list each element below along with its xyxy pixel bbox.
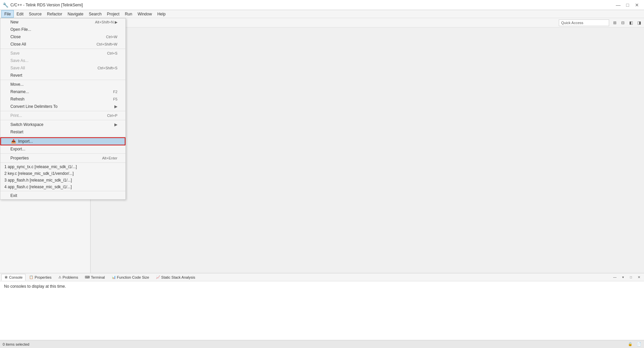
menu-file-close-all[interactable]: Close All Ctrl+Shift+W bbox=[0, 41, 125, 48]
separator-8 bbox=[0, 191, 125, 191]
save-label: Save bbox=[10, 51, 19, 56]
restart-label: Restart bbox=[10, 130, 23, 134]
menu-file-new[interactable]: New Alt+Shift+N ▶ bbox=[0, 18, 125, 26]
open-label: Open File... bbox=[10, 27, 31, 32]
status-icon-2: 📄 bbox=[637, 342, 641, 346]
menu-item-run[interactable]: Run bbox=[122, 10, 135, 18]
switch-workspace-label: Switch Workspace bbox=[10, 122, 43, 127]
menu-file-rename[interactable]: Rename... F2 bbox=[0, 88, 125, 95]
toolbar-view-button-3[interactable]: ◧ bbox=[627, 19, 635, 26]
menu-file-export[interactable]: Export... bbox=[0, 145, 125, 153]
quick-access-box[interactable]: Quick Access bbox=[559, 19, 609, 26]
revert-label: Revert bbox=[10, 73, 22, 78]
console-tab-label: Console bbox=[9, 275, 22, 279]
separator-5 bbox=[0, 136, 125, 137]
menu-item-window[interactable]: Window bbox=[135, 10, 155, 18]
rename-label: Rename... bbox=[10, 89, 29, 94]
tab-static-stack[interactable]: 📈 Static Stack Analysis bbox=[153, 274, 199, 281]
exit-label: Exit bbox=[10, 193, 17, 198]
file-dropdown-menu: New Alt+Shift+N ▶ Open File... Close Ctr… bbox=[0, 18, 126, 200]
menu-file-refresh[interactable]: Refresh F5 bbox=[0, 95, 125, 103]
panel-dropdown-button[interactable]: ▾ bbox=[619, 274, 627, 281]
menu-item-help[interactable]: Help bbox=[155, 10, 168, 18]
quick-access-label: Quick Access bbox=[561, 21, 583, 25]
recent-file-1-label: 1 app_sync_tx.c [release_mic_sdk_i1/...] bbox=[4, 164, 77, 169]
minimize-button[interactable]: — bbox=[614, 2, 623, 8]
menu-bar: File Edit Source Refactor Navigate Searc… bbox=[0, 10, 644, 18]
menu-item-project[interactable]: Project bbox=[104, 10, 122, 18]
import-icon: 📥 bbox=[11, 139, 16, 144]
chart-icon: 📊 bbox=[112, 275, 116, 279]
tab-function-code-size[interactable]: 📊 Function Code Size bbox=[109, 274, 152, 281]
import-label: Import... bbox=[18, 139, 33, 144]
refresh-label: Refresh bbox=[10, 97, 24, 101]
menu-file-move[interactable]: Move... bbox=[0, 81, 125, 88]
save-all-label: Save All bbox=[10, 66, 25, 70]
recent-file-2-label: 2 key.c [release_mic_sdk_i1/vendor/...] bbox=[4, 171, 74, 176]
menu-item-search[interactable]: Search bbox=[86, 10, 104, 18]
menu-file-open[interactable]: Open File... bbox=[0, 26, 125, 33]
bottom-content: No consoles to display at this time. bbox=[0, 281, 644, 291]
menu-file-import[interactable]: 📥 Import... bbox=[0, 137, 125, 145]
print-label: Print... bbox=[10, 113, 22, 118]
print-shortcut: Ctrl+P bbox=[107, 114, 117, 118]
function-code-size-tab-label: Function Code Size bbox=[117, 275, 149, 279]
menu-file-exit[interactable]: Exit bbox=[0, 192, 125, 199]
convert-line-label: Convert Line Delimiters To bbox=[10, 104, 58, 109]
move-label: Move... bbox=[10, 82, 23, 87]
menu-file-save-as: Save As... bbox=[0, 57, 125, 64]
bottom-panel: 🖥 Console 📋 Properties ⚠ Problems ⌨ Term… bbox=[0, 273, 644, 340]
separator-2 bbox=[0, 80, 125, 80]
console-message: No consoles to display at this time. bbox=[4, 284, 66, 289]
app-icon: 🔧 bbox=[3, 2, 8, 8]
title-text: C/C++ - Telink RDS Version [TelinkSemi] bbox=[10, 3, 641, 7]
menu-file-print: Print... Ctrl+P bbox=[0, 112, 125, 119]
tab-properties[interactable]: 📋 Properties bbox=[26, 274, 54, 281]
menu-item-navigate[interactable]: Navigate bbox=[65, 10, 86, 18]
tab-console[interactable]: 🖥 Console bbox=[1, 274, 25, 281]
tab-problems[interactable]: ⚠ Problems bbox=[55, 274, 81, 281]
panel-maximize-button[interactable]: □ bbox=[627, 274, 635, 281]
status-right: 🔒 📄 bbox=[628, 342, 641, 346]
separator-7 bbox=[0, 162, 125, 163]
menu-item-source[interactable]: Source bbox=[26, 10, 44, 18]
properties-icon: 📋 bbox=[29, 275, 33, 279]
problems-icon: ⚠ bbox=[58, 275, 61, 279]
menu-item-file[interactable]: File bbox=[1, 10, 14, 18]
panel-minimize-button[interactable]: — bbox=[611, 274, 619, 281]
menu-file-switch-workspace[interactable]: Switch Workspace ▶ bbox=[0, 121, 125, 128]
menu-file-revert[interactable]: Revert bbox=[0, 72, 125, 79]
recent-file-3-label: 3 app_flash.h [release_mic_sdk_i1/...] bbox=[4, 178, 72, 183]
title-bar: 🔧 C/C++ - Telink RDS Version [TelinkSemi… bbox=[0, 0, 644, 10]
maximize-button[interactable]: □ bbox=[623, 2, 632, 8]
toolbar-view-button-4[interactable]: ◨ bbox=[635, 19, 643, 26]
menu-file-restart[interactable]: Restart bbox=[0, 128, 125, 136]
close-shortcut: Ctrl+W bbox=[106, 35, 117, 39]
problems-tab-label: Problems bbox=[63, 275, 78, 279]
menu-file-convert-line[interactable]: Convert Line Delimiters To ▶ bbox=[0, 103, 125, 110]
terminal-tab-label: Terminal bbox=[91, 275, 105, 279]
close-all-shortcut: Ctrl+Shift+W bbox=[97, 42, 117, 46]
save-all-shortcut: Ctrl+Shift+S bbox=[98, 66, 117, 70]
menu-file-properties[interactable]: Properties Alt+Enter bbox=[0, 154, 125, 162]
properties-label: Properties bbox=[10, 156, 29, 160]
switch-workspace-arrow: ▶ bbox=[114, 122, 117, 127]
menu-item-edit[interactable]: Edit bbox=[14, 10, 26, 18]
panel-close-button[interactable]: ✕ bbox=[635, 274, 643, 281]
close-label: Close bbox=[10, 34, 21, 39]
menu-item-refactor[interactable]: Refactor bbox=[44, 10, 65, 18]
recent-file-4[interactable]: 4 app_flash.c [release_mic_sdk_i1/...] bbox=[0, 184, 125, 190]
save-shortcut: Ctrl+S bbox=[107, 51, 117, 55]
recent-file-2[interactable]: 2 key.c [release_mic_sdk_i1/vendor/...] bbox=[0, 170, 125, 177]
separator-3 bbox=[0, 111, 125, 111]
close-button[interactable]: ✕ bbox=[633, 2, 641, 8]
toolbar-view-button-1[interactable]: ⊞ bbox=[611, 19, 619, 26]
toolbar-view-button-2[interactable]: ⊟ bbox=[619, 19, 627, 26]
status-bar: 0 items selected 🔒 📄 bbox=[0, 340, 644, 348]
terminal-icon: ⌨ bbox=[85, 275, 90, 279]
tab-terminal[interactable]: ⌨ Terminal bbox=[82, 274, 108, 281]
static-stack-tab-label: Static Stack Analysis bbox=[161, 275, 196, 279]
recent-file-3[interactable]: 3 app_flash.h [release_mic_sdk_i1/...] bbox=[0, 177, 125, 184]
recent-file-1[interactable]: 1 app_sync_tx.c [release_mic_sdk_i1/...] bbox=[0, 163, 125, 170]
menu-file-close[interactable]: Close Ctrl+W bbox=[0, 33, 125, 41]
